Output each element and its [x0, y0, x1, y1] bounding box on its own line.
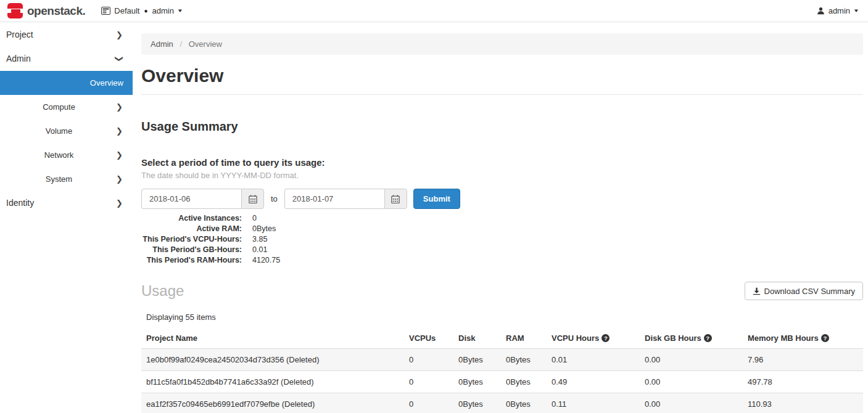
cell-ram: 0Bytes [501, 393, 547, 413]
column-header-memory-mb-hours[interactable]: Memory MB Hours? [743, 328, 863, 349]
chevron-right-icon: ❯ [116, 119, 123, 143]
chevron-down-icon: ❯ [107, 55, 131, 62]
column-header-vcpus[interactable]: VCPUs [404, 328, 453, 349]
stat-value: 0.01 [252, 245, 267, 255]
cell-memory-mb-hours: 497.78 [743, 371, 863, 393]
table-row: ea1f2f357c09465eb6991edf7079efbe (Delete… [141, 393, 863, 413]
cell-disk-gb-hours: 0.00 [640, 349, 743, 371]
cell-disk: 0Bytes [453, 393, 501, 413]
breadcrumb-current: Overview [189, 39, 222, 49]
cell-vcpu-hours: 0.49 [547, 371, 640, 393]
stat-value: 4120.75 [252, 255, 280, 266]
sidebar-item-label: System [46, 174, 72, 184]
caret-down-icon: ▼ [177, 8, 183, 14]
cell-vcpu-hours: 0.01 [547, 349, 640, 371]
main-content: Admin / Overview Overview Usage Summary … [133, 23, 868, 413]
breadcrumb-separator: / [180, 39, 182, 49]
openstack-logo-icon [7, 3, 23, 18]
items-count: Displaying 55 items [146, 313, 863, 322]
title-divider [141, 94, 863, 95]
sidebar-item-label: Compute [43, 102, 75, 112]
cell-vcpus: 0 [404, 349, 453, 371]
stat-label: This Period's RAM-Hours: [141, 255, 242, 266]
current-project: admin [152, 6, 174, 15]
list-alt-icon [101, 7, 110, 15]
column-header-project-name[interactable]: Project Name [141, 328, 404, 349]
domain-project-switcher[interactable]: Default ● admin ▼ [101, 6, 183, 15]
submit-button[interactable]: Submit [413, 189, 460, 209]
stat-value: 0 [252, 213, 257, 224]
date-to-input[interactable] [284, 189, 384, 209]
usage-table: Project Name VCPUs Disk RAM VCPU Hours? … [141, 328, 863, 413]
openstack-logo[interactable]: openstack. [7, 3, 85, 18]
sidebar-item-compute[interactable]: Compute ❯ [0, 95, 133, 119]
query-period-prompt: Select a period of time to query its usa… [141, 157, 863, 168]
date-from-input[interactable] [141, 189, 241, 209]
table-header-row: Project Name VCPUs Disk RAM VCPU Hours? … [141, 328, 863, 349]
bullet-separator-icon: ● [144, 7, 147, 14]
help-icon[interactable]: ? [704, 334, 712, 342]
cell-ram: 0Bytes [501, 371, 547, 393]
to-label: to [271, 194, 278, 203]
sidebar-item-network[interactable]: Network ❯ [0, 143, 133, 167]
sidebar-nav: Project ❯ Admin ❯ Overview Compute ❯ Vol… [0, 23, 133, 413]
download-icon [753, 287, 761, 295]
sidebar-item-system[interactable]: System ❯ [0, 167, 133, 191]
stat-label: Active RAM: [141, 224, 242, 234]
cell-project-name: bf11c5fa0f1b452db4b7741a6c33a92f (Delete… [141, 371, 404, 393]
user-menu[interactable]: admin ▼ [817, 6, 859, 15]
column-header-disk[interactable]: Disk [453, 328, 501, 349]
breadcrumb: Admin / Overview [141, 33, 863, 55]
sidebar-item-project[interactable]: Project ❯ [0, 23, 133, 47]
cell-project-name: ea1f2f357c09465eb6991edf7079efbe (Delete… [141, 393, 404, 413]
cell-vcpu-hours: 0.11 [547, 393, 640, 413]
column-header-ram[interactable]: RAM [501, 328, 547, 349]
caret-down-icon: ▼ [853, 8, 859, 14]
stat-label: This Period's VCPU-Hours: [141, 234, 242, 245]
calendar-icon-from[interactable] [241, 189, 264, 209]
help-icon[interactable]: ? [821, 334, 829, 342]
cell-vcpus: 0 [404, 393, 453, 413]
breadcrumb-admin[interactable]: Admin [151, 39, 173, 49]
stat-vcpu-hours: This Period's VCPU-Hours: 3.85 [141, 234, 863, 245]
cell-disk-gb-hours: 0.00 [640, 371, 743, 393]
cell-disk: 0Bytes [453, 349, 501, 371]
stat-value: 0Bytes [252, 224, 276, 234]
help-icon[interactable]: ? [601, 334, 610, 342]
sidebar-item-label: Volume [46, 126, 72, 136]
page-title: Overview [141, 64, 863, 88]
chevron-right-icon: ❯ [116, 167, 123, 191]
calendar-icon-to[interactable] [384, 189, 407, 209]
sidebar-item-label: Admin [6, 54, 31, 63]
sidebar-item-label: Project [6, 30, 33, 39]
usage-date-form: to Submit [141, 189, 863, 209]
usage-summary-heading: Usage Summary [141, 119, 863, 134]
chevron-right-icon: ❯ [116, 143, 123, 167]
sidebar-item-overview-selected[interactable]: Overview [0, 71, 133, 95]
stat-gb-hours: This Period's GB-Hours: 0.01 [141, 245, 863, 255]
sidebar-item-volume[interactable]: Volume ❯ [0, 119, 133, 143]
download-csv-button[interactable]: Download CSV Summary [745, 282, 863, 300]
column-header-vcpu-hours[interactable]: VCPU Hours? [547, 328, 640, 349]
stat-active-ram: Active RAM: 0Bytes [141, 224, 863, 234]
stat-label: This Period's GB-Hours: [141, 245, 242, 255]
user-name: admin [829, 6, 850, 15]
cell-project-name: 1e0b0f99af0249cea24502034d73d356 (Delete… [141, 349, 404, 371]
cell-memory-mb-hours: 110.93 [743, 393, 863, 413]
date-format-hint: The date should be in YYYY-MM-DD format. [141, 170, 863, 181]
cell-ram: 0Bytes [501, 349, 547, 371]
cell-vcpus: 0 [404, 371, 453, 393]
table-row: 1e0b0f99af0249cea24502034d73d356 (Delete… [141, 349, 863, 371]
table-row: bf11c5fa0f1b452db4b7741a6c33a92f (Delete… [141, 371, 863, 393]
cell-memory-mb-hours: 7.96 [743, 349, 863, 371]
stat-value: 3.85 [252, 234, 267, 245]
sidebar-item-admin[interactable]: Admin ❯ [0, 47, 133, 71]
usage-table-heading: Usage [141, 282, 184, 300]
column-header-disk-gb-hours[interactable]: Disk GB Hours? [640, 328, 743, 349]
stat-active-instances: Active Instances: 0 [141, 213, 863, 224]
stat-ram-hours: This Period's RAM-Hours: 4120.75 [141, 255, 863, 266]
chevron-right-icon: ❯ [116, 95, 123, 119]
stat-label: Active Instances: [141, 213, 242, 224]
sidebar-item-identity[interactable]: Identity ❯ [0, 191, 133, 215]
sidebar-item-label: Identity [6, 198, 34, 208]
